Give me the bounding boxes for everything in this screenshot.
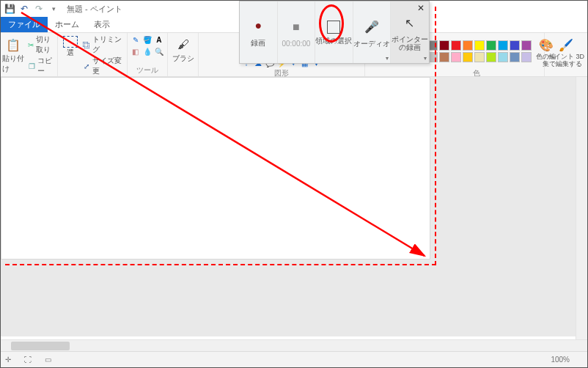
chevron-down-icon[interactable]: ▾ [386, 55, 389, 62]
color-swatch[interactable] [510, 52, 520, 62]
zoom-level: 100% [551, 356, 570, 364]
canvas-size: ▭ [45, 356, 54, 364]
paste-label: 貼り付け [2, 54, 25, 74]
select-area-button[interactable]: 領域の選択 [315, 1, 353, 63]
text-icon[interactable]: A [154, 34, 164, 45]
select-label: 選 [67, 48, 74, 58]
group-paint3d: 🖌️ ペイント 3D で編集する [545, 33, 587, 76]
select-icon [63, 36, 78, 48]
color-swatch[interactable] [498, 52, 508, 62]
cut-label: 切り取り [36, 34, 56, 55]
brushes-label: ブラシ [172, 54, 194, 64]
stop-button[interactable]: ■ 00:00:00 [278, 1, 316, 63]
screen-recorder-panel: ● 録画 ■ 00:00:00 領域の選択 🎤 オーディオ ▾ ↖ ポインターの… [239, 1, 430, 64]
close-button[interactable]: ✕ [416, 3, 426, 13]
paint3d-button[interactable]: 🖌️ ペイント 3D で編集する [546, 34, 586, 68]
crosshair-icon: ✛ [5, 356, 11, 364]
color-swatch[interactable] [521, 40, 532, 51]
cut-icon: ✂ [27, 40, 34, 50]
zoom-icon[interactable]: 🔍 [154, 46, 164, 56]
color-swatch[interactable] [451, 52, 461, 62]
select-area-icon [327, 21, 340, 34]
pencil-icon[interactable]: ✎ [131, 34, 141, 45]
selection-size: ⛶ [24, 356, 32, 364]
cut-button[interactable]: ✂切り取り [27, 34, 56, 55]
timer-label: 00:00:00 [282, 40, 310, 48]
record-label: 録画 [251, 38, 265, 48]
copy-label: コピー [37, 56, 56, 76]
brushes-button[interactable]: 🖌 ブラシ [167, 34, 199, 64]
color-swatch[interactable] [439, 52, 449, 62]
stop-icon: ■ [287, 18, 306, 37]
color-swatch[interactable] [486, 40, 496, 51]
chevron-down-icon[interactable]: ▾ [424, 55, 427, 62]
group-brushes: 🖌 ブラシ [168, 33, 199, 76]
microphone-icon: 🎤 [362, 18, 381, 37]
copy-button[interactable]: ❐コピー [27, 56, 56, 76]
paint3d-icon: 🖌️ [557, 36, 575, 54]
selection-icon: ⛶ [24, 356, 32, 364]
resize-icon: ⤢ [83, 61, 92, 71]
crop-icon: ⿻ [83, 40, 92, 50]
select-area-label: 領域の選択 [315, 37, 352, 45]
group-image: 選 ⿻トリミング ⤢サイズ変更 ⟳回転 イメージ [58, 33, 128, 76]
tab-file[interactable]: ファイル [1, 17, 48, 32]
record-icon: ● [249, 16, 268, 35]
paste-icon: 📋 [4, 36, 22, 54]
close-icon: ✕ [417, 3, 425, 13]
group-clipboard: 📋 貼り付け ✂切り取り ❐コピー クリップボード [1, 33, 58, 76]
color-swatch[interactable] [463, 40, 473, 51]
color-swatch[interactable] [521, 52, 532, 62]
tab-view[interactable]: 表示 [87, 17, 117, 32]
brush-icon: 🖌 [174, 36, 192, 54]
tab-home[interactable]: ホーム [48, 17, 87, 32]
color-swatch[interactable] [463, 52, 473, 62]
canvas-area [1, 77, 587, 336]
fill-icon[interactable]: 🪣 [142, 34, 152, 45]
copy-icon: ❐ [27, 61, 36, 71]
undo-icon[interactable]: ↶ [18, 3, 30, 15]
group-tools: ✎ 🪣 A ◧ 💧 🔍 ツール [128, 33, 168, 76]
color-swatch[interactable] [486, 52, 496, 62]
select-button[interactable]: 選 [61, 34, 80, 58]
picker-icon[interactable]: 💧 [142, 46, 152, 56]
pointer-label: ポインターの録画 [391, 35, 428, 51]
color-swatch[interactable] [439, 40, 449, 51]
paste-button[interactable]: 📋 貼り付け [2, 34, 25, 74]
vertical-scrollbar[interactable] [576, 77, 587, 339]
canvas[interactable] [1, 77, 430, 260]
color-swatch[interactable] [474, 40, 485, 51]
status-bar: ✛ ⛶ ▭ 100% [1, 351, 587, 367]
record-button[interactable]: ● 録画 [240, 1, 278, 63]
window-title: 無題 - ペイント [67, 4, 122, 15]
audio-toggle[interactable]: 🎤 オーディオ ▾ [353, 1, 392, 63]
color-swatch[interactable] [498, 40, 508, 51]
save-icon[interactable]: 💾 [4, 3, 15, 15]
redo-icon[interactable]: ↷ [33, 3, 45, 15]
canvas-size-icon: ▭ [45, 356, 51, 364]
crop-label: トリミング [92, 34, 123, 55]
color-swatch[interactable] [474, 52, 485, 62]
qat-dropdown-icon[interactable]: ▾ [48, 3, 59, 15]
resize-button[interactable]: ⤢サイズ変更 [83, 56, 124, 76]
color-swatch[interactable] [451, 40, 461, 51]
quick-access-toolbar: 💾 ↶ ↷ ▾ [4, 3, 59, 15]
audio-label: オーディオ [353, 40, 390, 48]
paint3d-label: ペイント 3D で編集する [548, 54, 584, 68]
resize-label: サイズ変更 [92, 56, 123, 76]
group-label-tools: ツール [136, 65, 158, 76]
cursor-icon: ↖ [400, 13, 419, 32]
scrollbar-thumb[interactable] [11, 342, 70, 350]
color-swatch[interactable] [510, 40, 520, 51]
crop-button[interactable]: ⿻トリミング [83, 34, 124, 55]
cursor-position: ✛ [5, 356, 11, 364]
eraser-icon[interactable]: ◧ [131, 46, 141, 56]
color-palette[interactable] [416, 40, 532, 62]
horizontal-scrollbar[interactable] [1, 339, 587, 351]
